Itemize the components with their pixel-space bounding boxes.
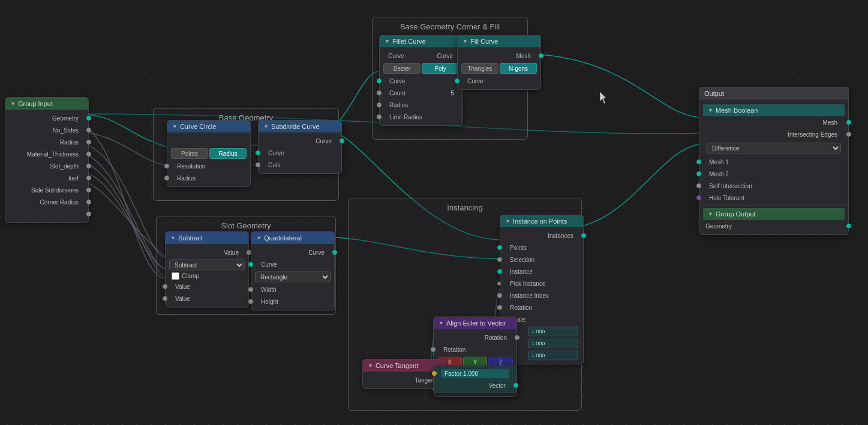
- sub-value1-socket[interactable]: [163, 284, 167, 289]
- gi-kerf-label: kerf: [62, 175, 85, 182]
- aetv-rotation-out-socket[interactable]: [515, 335, 519, 340]
- gi-cornerradius-socket[interactable]: [86, 200, 91, 204]
- gi-slotdepth-label: Slot_depth: [44, 163, 85, 170]
- fillc-triangles-btn[interactable]: Triangles: [461, 63, 498, 74]
- fc-limitradius-socket[interactable]: [377, 114, 382, 119]
- quadrilateral-collapse[interactable]: ▼: [256, 235, 262, 241]
- gi-geometry-socket[interactable]: [86, 116, 91, 120]
- factor-node: Factor 1.000 Vector: [433, 366, 517, 393]
- quad-curve-in-label: Curve: [255, 261, 283, 268]
- fill-curve-header: ▼ Fill Curve: [458, 35, 540, 47]
- mesh2-socket[interactable]: [696, 171, 701, 176]
- aetv-rotation-in-label: Rotation: [437, 346, 471, 353]
- quad-width-socket[interactable]: [248, 287, 253, 292]
- gi-sidesubdiv-socket[interactable]: [86, 188, 91, 192]
- fc-bezier-btn[interactable]: Bezier: [383, 63, 421, 74]
- fc-count-socket[interactable]: [377, 91, 382, 95]
- mesh-boolean-operation-select[interactable]: Difference Union Intersect: [707, 143, 841, 153]
- quad-curve-out-label: Curve: [302, 249, 331, 256]
- group-output-geometry-socket[interactable]: [846, 224, 851, 228]
- gi-extra-socket[interactable]: [86, 212, 91, 216]
- fc-count-label: Count: [383, 90, 412, 97]
- sc-curve-out-socket[interactable]: [340, 138, 344, 143]
- subtract-title: Subtract: [178, 234, 203, 242]
- iop-scale-y-value[interactable]: 1.000: [528, 339, 578, 348]
- iop-points-socket[interactable]: [497, 245, 502, 250]
- iop-instidx-row: Instance Index: [500, 290, 583, 302]
- iop-selection-socket[interactable]: [497, 257, 502, 262]
- group-input-collapse[interactable]: ▼: [10, 101, 16, 107]
- intersecting-edges-socket[interactable]: [846, 132, 851, 137]
- fillc-mesh-socket[interactable]: [539, 53, 543, 58]
- sc-curve-out-label: Curve: [310, 138, 338, 144]
- hole-tolerant-socket[interactable]: [696, 195, 701, 200]
- mesh-out-socket[interactable]: [846, 120, 851, 125]
- iop-rotation-socket[interactable]: [497, 305, 502, 310]
- fillc-curve-socket[interactable]: [455, 79, 459, 83]
- sc-cuts-socket[interactable]: [256, 162, 260, 167]
- self-intersection-socket[interactable]: [696, 183, 701, 188]
- iop-scale-x-value[interactable]: 1.000: [528, 327, 578, 336]
- curve-tangent-collapse[interactable]: ▼: [368, 363, 373, 369]
- iop-instidx-socket[interactable]: [497, 293, 502, 298]
- gi-slotdepth-row: Slot_depth: [5, 160, 88, 172]
- cc-radius-btn[interactable]: Radius: [209, 148, 247, 159]
- quad-height-socket[interactable]: [248, 299, 253, 304]
- fc-limitradius-row: Limit Radius: [380, 111, 462, 123]
- iop-instance-socket[interactable]: [497, 269, 502, 274]
- sub-value2-socket[interactable]: [163, 296, 167, 301]
- quad-curve-in-row: Curve: [251, 258, 334, 270]
- factor-value-field[interactable]: Factor 1.000: [441, 369, 509, 378]
- cc-points-btn[interactable]: Points: [171, 148, 208, 159]
- fc-poly-btn[interactable]: Poly: [422, 63, 459, 74]
- quad-width-label: Width: [255, 287, 283, 293]
- cc-resolution-socket[interactable]: [164, 164, 169, 168]
- gi-nosides-socket[interactable]: [86, 128, 91, 132]
- intersecting-edges-label: Intersecting Edges: [782, 131, 843, 138]
- group-output-header[interactable]: ▼ Group Output: [703, 208, 845, 220]
- quadrilateral-header: ▼ Quadrilateral: [251, 232, 334, 244]
- mesh-boolean-header[interactable]: ▼ Mesh Boolean: [703, 104, 845, 116]
- hole-tolerant-label: Hole Tolerant: [703, 195, 750, 201]
- cc-radius-socket[interactable]: [164, 176, 169, 180]
- factor-vector-socket[interactable]: [513, 383, 518, 388]
- quad-curve-out-socket[interactable]: [332, 250, 337, 255]
- iop-collapse[interactable]: ▼: [505, 218, 510, 224]
- gi-nosides-row: No_Sides: [5, 124, 88, 136]
- subtract-select[interactable]: Subtract Add Multiply: [169, 260, 245, 270]
- cc-resolution-label: Resolution: [171, 163, 211, 170]
- gi-kerf-socket[interactable]: [86, 176, 91, 180]
- iop-instances-socket[interactable]: [581, 233, 586, 238]
- gi-radius-socket[interactable]: [86, 140, 91, 144]
- sub-clamp-checkbox[interactable]: [172, 272, 179, 280]
- fillet-curve-collapse[interactable]: ▼: [385, 38, 390, 44]
- curve-tangent-title: Curve Tangent: [376, 362, 418, 369]
- fc-radius-socket[interactable]: [377, 103, 382, 107]
- quadrilateral-select[interactable]: Rectangle Parallelogram Trapezoid: [255, 272, 331, 282]
- subdivide-curve-collapse[interactable]: ▼: [263, 123, 269, 129]
- fc-btn-row: Bezier Poly: [380, 62, 462, 75]
- iop-scale-z-value[interactable]: 1.000: [528, 351, 578, 360]
- curve-circle-collapse[interactable]: ▼: [172, 123, 178, 129]
- curve-circle-header: ▼ Curve Circle: [167, 120, 250, 132]
- subdivide-curve-node: ▼ Subdivide Curve Curve Curve Cuts: [258, 120, 342, 174]
- group-output-collapse[interactable]: ▼: [708, 211, 713, 217]
- factor-in-socket[interactable]: [432, 371, 437, 376]
- sub-clamp-row: Clamp: [166, 272, 248, 281]
- gi-slotdepth-socket[interactable]: [86, 164, 91, 168]
- mesh-boolean-collapse[interactable]: ▼: [708, 107, 713, 113]
- subtract-collapse[interactable]: ▼: [170, 235, 176, 241]
- sc-curve-in-socket[interactable]: [256, 150, 260, 155]
- fc-curve2-socket[interactable]: [377, 79, 382, 83]
- subdivide-curve-header: ▼ Subdivide Curve: [259, 120, 341, 132]
- node-editor-canvas[interactable]: Base Geometry Base Geometry Corner & Fil…: [0, 0, 868, 425]
- mesh1-socket[interactable]: [696, 159, 701, 164]
- iop-pickinst-socket[interactable]: [497, 282, 501, 285]
- fillc-ngons-btn[interactable]: N-gons: [500, 63, 537, 74]
- align-euler-collapse[interactable]: ▼: [438, 320, 444, 326]
- quad-curve-in-socket[interactable]: [248, 262, 253, 267]
- aetv-rotation-in-socket[interactable]: [431, 347, 435, 352]
- gi-matthick-label: Material_Thickness: [21, 151, 85, 158]
- gi-matthick-socket[interactable]: [86, 152, 91, 156]
- fill-curve-collapse[interactable]: ▼: [462, 38, 468, 44]
